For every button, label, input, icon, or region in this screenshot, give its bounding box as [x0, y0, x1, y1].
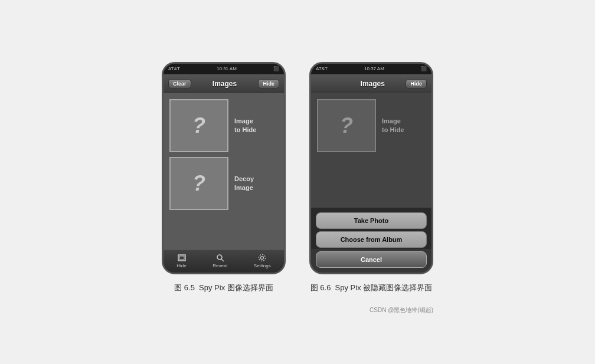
- tab-settings-label: Settings: [254, 263, 271, 268]
- nav-bar-left: Clear Images Hide: [164, 74, 284, 93]
- take-photo-button[interactable]: Take Photo: [316, 212, 427, 229]
- svg-point-2: [217, 255, 222, 260]
- clear-button[interactable]: Clear: [168, 79, 191, 88]
- image-row-1: ? Imageto Hide: [164, 99, 284, 152]
- watermark: CSDN @黑色地带(崛起): [162, 306, 433, 314]
- nav-title-right: Images: [361, 80, 385, 88]
- svg-rect-1: [179, 256, 184, 260]
- caption-left: 图 6.5 Spy Pix 图像选择界面: [174, 283, 273, 293]
- tab-reveal[interactable]: Reveal: [212, 254, 227, 268]
- cancel-button[interactable]: Cancel: [316, 251, 427, 268]
- question-mark-1: ?: [192, 113, 205, 138]
- tab-hide-label: Hide: [176, 263, 186, 268]
- action-sheet: Take Photo Choose from Album Cancel: [311, 208, 431, 273]
- tab-bar-left: Hide Reveal Settings: [164, 249, 284, 273]
- status-time: 10:31 AM: [217, 66, 237, 71]
- image-row-2: ? DecoyImage: [164, 157, 284, 210]
- image-placeholder-right-1[interactable]: ?: [317, 99, 376, 152]
- image-label-2: DecoyImage: [234, 175, 254, 192]
- gear-icon: [257, 254, 267, 262]
- svg-line-3: [221, 259, 224, 261]
- caption-right: 图 6.6 Spy Pix 被隐藏图像选择界面: [310, 283, 433, 293]
- screen-content-right: ? Imageto Hide Take Photo Choose from Al…: [311, 93, 431, 273]
- status-carrier-right: AT&T: [316, 66, 328, 71]
- screen-content-left: ? Imageto Hide ? DecoyImage: [164, 93, 284, 249]
- main-container: AT&T 10:31 AM ⬛ Clear Images Hide ? Imag…: [150, 50, 445, 305]
- status-carrier: AT&T: [168, 66, 180, 71]
- tab-reveal-label: Reveal: [212, 263, 227, 268]
- svg-point-5: [259, 254, 266, 261]
- search-icon: [215, 254, 225, 262]
- square-icon: [177, 254, 187, 262]
- figure-left: AT&T 10:31 AM ⬛ Clear Images Hide ? Imag…: [162, 62, 286, 293]
- svg-point-4: [261, 256, 264, 259]
- image-placeholder-2[interactable]: ?: [169, 157, 228, 210]
- status-bar-left: AT&T 10:31 AM ⬛: [164, 64, 284, 74]
- image-label-right-1: Imageto Hide: [382, 117, 404, 134]
- hide-button-left[interactable]: Hide: [258, 79, 279, 88]
- nav-bar-right: Images Hide: [311, 74, 431, 93]
- question-mark-right-1: ?: [340, 113, 353, 138]
- status-time-right: 10:37 AM: [364, 66, 384, 71]
- nav-title-left: Images: [212, 80, 237, 88]
- status-bar-right: AT&T 10:37 AM ⬛: [311, 64, 431, 74]
- image-placeholder-1[interactable]: ?: [169, 99, 228, 152]
- iphone-frame-right: AT&T 10:37 AM ⬛ Images Hide ? Imageto Hi…: [309, 62, 433, 274]
- tab-hide[interactable]: Hide: [176, 254, 186, 268]
- figure-right: AT&T 10:37 AM ⬛ Images Hide ? Imageto Hi…: [309, 62, 433, 293]
- tab-settings[interactable]: Settings: [254, 254, 271, 268]
- status-battery-right: ⬛: [421, 66, 427, 71]
- question-mark-2: ?: [192, 171, 205, 196]
- choose-album-button[interactable]: Choose from Album: [316, 231, 427, 248]
- status-battery: ⬛: [273, 66, 279, 71]
- image-row-right-1: ? Imageto Hide: [311, 99, 431, 152]
- image-label-1: Imageto Hide: [234, 117, 256, 134]
- iphone-frame-left: AT&T 10:31 AM ⬛ Clear Images Hide ? Imag…: [162, 62, 286, 274]
- hide-button-right[interactable]: Hide: [406, 79, 427, 88]
